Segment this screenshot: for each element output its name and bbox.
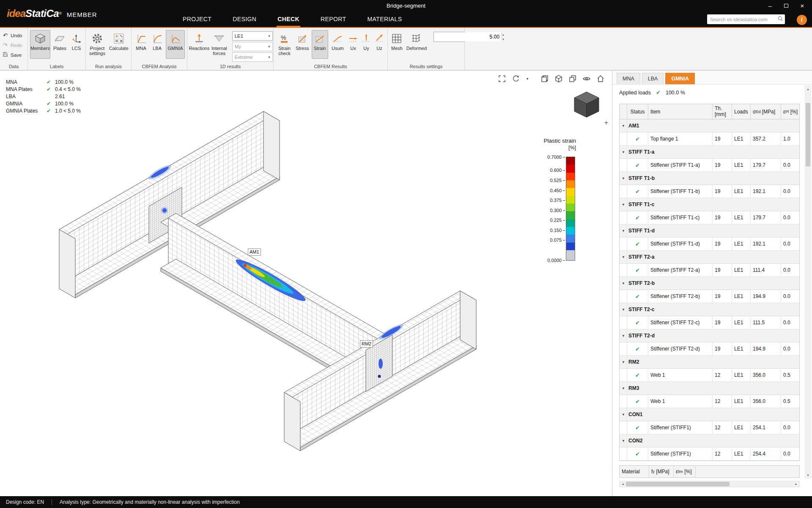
- group-header-row[interactable]: ▼STIFF T2-d: [620, 329, 799, 342]
- group-header-row[interactable]: ▼STIFF T1-a: [620, 146, 799, 159]
- menu-check[interactable]: CHECK: [277, 12, 300, 27]
- mna-button[interactable]: MNA: [134, 30, 148, 59]
- group-header-row[interactable]: ▼STIFF T1-d: [620, 224, 799, 237]
- tab-mna[interactable]: MNA: [617, 73, 640, 84]
- collapse-icon[interactable]: ▼: [622, 439, 625, 443]
- extreme-combo[interactable]: Extreme▾: [232, 52, 273, 62]
- model-3d-view[interactable]: [0, 71, 612, 497]
- fit-view-icon[interactable]: [497, 74, 507, 83]
- model-label-am1[interactable]: AM1: [248, 248, 261, 256]
- collapse-icon[interactable]: ▼: [622, 255, 625, 259]
- group-header-row[interactable]: ▼STIFF T1-b: [620, 172, 799, 185]
- view-isometric-icon[interactable]: [554, 74, 563, 83]
- layers-icon[interactable]: [568, 74, 577, 83]
- project-settings-button[interactable]: Project settings: [88, 30, 107, 59]
- group-header-row[interactable]: ▼STIFF T1-c: [620, 198, 799, 211]
- result-row[interactable]: ✔Stiffener (STIFF T2-c)19LE1111.50.0: [620, 316, 799, 329]
- model-label-rm2[interactable]: RM2: [360, 340, 373, 348]
- undo-button[interactable]: ↶Undo: [2, 31, 22, 39]
- result-row[interactable]: ✔Stiffener (STIFF T1-a)19LE1179.70.0: [620, 159, 799, 172]
- menu-project[interactable]: PROJECT: [182, 12, 212, 27]
- result-row[interactable]: ✔Web 112LE1356.00.5: [620, 369, 799, 382]
- scroll-left-icon[interactable]: ◄: [620, 481, 626, 487]
- ux-button[interactable]: Ux: [347, 30, 359, 59]
- tab-gmnia[interactable]: GMNIA: [665, 73, 695, 84]
- result-row[interactable]: ✔Stiffener (STIFF T2-a)19LE1111.40.0: [620, 264, 799, 277]
- search-icon[interactable]: [777, 16, 783, 23]
- group-header-row[interactable]: ▼RM3: [620, 382, 799, 395]
- uz-button[interactable]: Uz: [373, 30, 385, 59]
- collapse-icon[interactable]: ▼: [622, 150, 625, 154]
- strain-check-button[interactable]: % Strain check: [276, 30, 293, 59]
- collapse-icon[interactable]: ▼: [622, 124, 625, 128]
- collapse-icon[interactable]: ▼: [622, 282, 625, 285]
- stress-button[interactable]: Stress: [294, 30, 310, 59]
- usum-button[interactable]: Usum: [329, 30, 346, 59]
- tab-lba[interactable]: LBA: [642, 73, 664, 84]
- minimize-button[interactable]: –: [762, 0, 778, 11]
- group-header-row[interactable]: ▼STIFF T2-b: [620, 277, 799, 290]
- result-row[interactable]: ✔Stiffener (STIFF T1-c)19LE1179.70.0: [620, 211, 799, 224]
- scroll-down-icon[interactable]: ▼: [805, 472, 811, 478]
- v-scroll-thumb[interactable]: [806, 103, 810, 166]
- mesh-button[interactable]: Mesh: [390, 30, 404, 59]
- menu-materials[interactable]: MATERIALS: [367, 12, 403, 27]
- result-row[interactable]: ✔Stiffener (STIFF1)12LE1254.40.0: [620, 447, 799, 461]
- component-combo[interactable]: My▾: [232, 42, 273, 51]
- group-header-row[interactable]: ▼CON1: [620, 408, 799, 421]
- lcs-button[interactable]: LCS: [69, 30, 83, 59]
- scroll-up-icon[interactable]: ▲: [805, 86, 811, 92]
- zoom-plus-icon[interactable]: +: [604, 119, 608, 127]
- visibility-eye-icon[interactable]: [582, 74, 591, 83]
- strain-button[interactable]: Strain: [312, 30, 328, 59]
- view-front-icon[interactable]: [540, 74, 549, 83]
- plates-button[interactable]: Plates: [52, 30, 68, 59]
- result-row[interactable]: ✔Web 112LE1356.00.5: [620, 395, 799, 408]
- result-row[interactable]: ✔Stiffener (STIFF T2-b)19LE1194.90.0: [620, 290, 799, 303]
- home-view-icon[interactable]: [596, 74, 605, 83]
- maximize-button[interactable]: [778, 0, 794, 11]
- collapse-icon[interactable]: ▼: [622, 308, 625, 312]
- navigation-cube[interactable]: +: [570, 89, 606, 126]
- calculate-button[interactable]: Calculate: [108, 30, 130, 59]
- close-button[interactable]: ×: [794, 0, 810, 11]
- group-header-row[interactable]: ▼STIFF T2-a: [620, 251, 799, 264]
- collapse-icon[interactable]: ▼: [622, 360, 625, 364]
- vertical-scrollbar[interactable]: ▲ ▼: [805, 86, 811, 478]
- orbit-view-icon[interactable]: [511, 74, 521, 83]
- collapse-icon[interactable]: ▼: [622, 177, 625, 180]
- info-button[interactable]: i: [797, 15, 807, 25]
- result-row[interactable]: ✔Stiffener (STIFF1)12LE1254.10.0: [620, 421, 799, 434]
- search-input[interactable]: [710, 17, 777, 22]
- horizontal-scrollbar[interactable]: ◄ ►: [619, 481, 800, 487]
- result-row[interactable]: ✔Stiffener (STIFF T2-d)19LE1194.90.0: [620, 342, 799, 356]
- save-button[interactable]: Save: [2, 51, 22, 59]
- collapse-icon[interactable]: ▼: [622, 413, 625, 417]
- group-header-row[interactable]: ▼AM1: [620, 119, 799, 133]
- gmnia-button[interactable]: GMNIA: [166, 30, 185, 59]
- menu-design[interactable]: DESIGN: [232, 12, 257, 27]
- collapse-icon[interactable]: ▼: [622, 229, 625, 233]
- result-row[interactable]: ✔Stiffener (STIFF T1-d)19LE1192.10.0: [620, 237, 799, 251]
- group-header-row[interactable]: ▼STIFF T2-c: [620, 303, 799, 316]
- reactions-button[interactable]: Reactions: [189, 30, 209, 59]
- status-label: LBA: [6, 94, 47, 99]
- collapse-icon[interactable]: ▼: [622, 334, 625, 338]
- group-header-row[interactable]: ▼CON2: [620, 434, 799, 447]
- uy-button[interactable]: Uy: [360, 30, 372, 59]
- result-row[interactable]: ✔Stiffener (STIFF T1-b)19LE1192.10.0: [620, 185, 799, 198]
- scroll-right-icon[interactable]: ►: [793, 481, 799, 487]
- chevron-down-icon[interactable]: ▾: [525, 77, 529, 81]
- result-row[interactable]: ✔Top flange 119LE1357.21.0: [620, 133, 799, 146]
- redo-button[interactable]: ↷Redo: [2, 41, 22, 49]
- h-scroll-thumb[interactable]: [626, 482, 730, 486]
- collapse-icon[interactable]: ▼: [622, 387, 625, 390]
- menu-report[interactable]: REPORT: [320, 12, 347, 27]
- deformed-button[interactable]: Deformed: [405, 30, 428, 59]
- internal-forces-button[interactable]: Internal forces: [210, 30, 228, 59]
- lba-button[interactable]: LBA: [150, 30, 165, 59]
- members-button[interactable]: Members: [30, 30, 50, 59]
- group-header-row[interactable]: ▼RM2: [620, 356, 799, 369]
- load-case-combo[interactable]: LE1▾: [232, 31, 273, 41]
- collapse-icon[interactable]: ▼: [622, 203, 625, 207]
